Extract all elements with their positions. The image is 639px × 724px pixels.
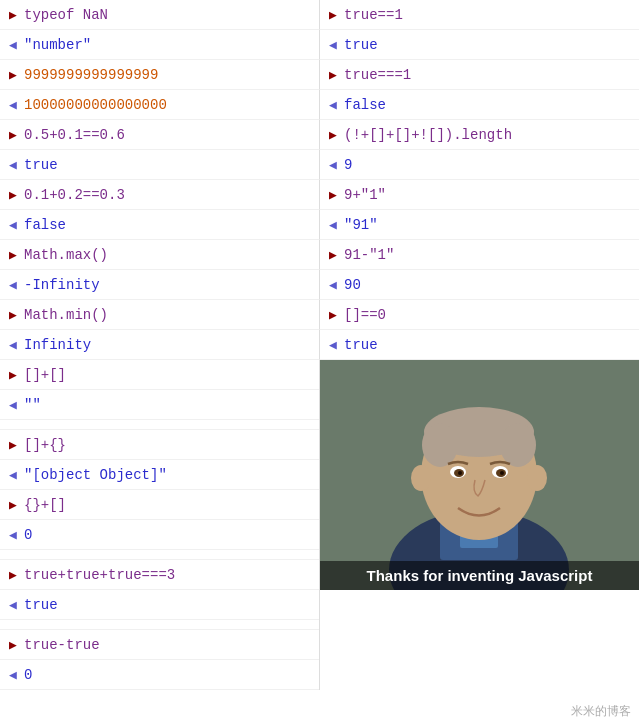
left-text-5: true [22,157,58,173]
right-text-4: (!+[]+[]+![]).length [342,127,512,143]
left-arrow-10: ▶ [4,307,22,323]
row-pair-7: ◀false◀"91" [0,210,639,240]
right-text-9: 90 [342,277,361,293]
main-container: ▶typeof NaN▶true==1◀"number"◀true▶999999… [0,0,639,690]
right-text-5: 9 [342,157,352,173]
left-text-10: Math.min() [22,307,108,323]
right-text-11: true [342,337,378,353]
person-image [320,360,639,590]
bottom-left-row-6: ◀0 [0,520,319,550]
svg-point-14 [500,471,504,475]
bottom-left-row-9: ◀true [0,590,319,620]
right-arrow-6: ▶ [324,187,342,203]
right-cell-2: ▶true===1 [320,60,639,90]
left-cell-10: ▶Math.min() [0,300,320,330]
bl-text-11: true-true [22,637,100,653]
bottom-left-row-7 [0,550,319,560]
bl-text-4: "[object Object]" [22,467,167,483]
bl-text-12: 0 [22,667,32,683]
left-text-8: Math.max() [22,247,108,263]
left-arrow-5: ◀ [4,157,22,173]
left-cell-11: ◀Infinity [0,330,320,360]
bl-arrow-9: ◀ [4,597,22,613]
svg-point-13 [458,471,462,475]
left-cell-6: ▶0.1+0.2==0.3 [0,180,320,210]
left-cell-2: ▶9999999999999999 [0,60,320,90]
right-text-2: true===1 [342,67,411,83]
svg-point-15 [411,465,431,491]
left-cell-5: ◀true [0,150,320,180]
bl-text-5: {}+[] [22,497,66,513]
bottom-right-col: Thanks for inventing Javascript [320,360,639,690]
row-pair-8: ▶Math.max()▶91-"1" [0,240,639,270]
left-arrow-0: ▶ [4,7,22,23]
left-arrow-4: ▶ [4,127,22,143]
right-cell-10: ▶[]==0 [320,300,639,330]
right-arrow-1: ◀ [324,37,342,53]
watermark: 米米的博客 [571,703,631,720]
left-text-3: 10000000000000000 [22,97,167,113]
row-pair-10: ▶Math.min()▶[]==0 [0,300,639,330]
right-text-0: true==1 [342,7,403,23]
right-cell-3: ◀false [320,90,639,120]
right-arrow-4: ▶ [324,127,342,143]
left-text-11: Infinity [22,337,91,353]
right-arrow-11: ◀ [324,337,342,353]
row-pair-0: ▶typeof NaN▶true==1 [0,0,639,30]
left-cell-4: ▶0.5+0.1==0.6 [0,120,320,150]
bottom-left-row-0: ▶[]+[] [0,360,319,390]
right-cell-8: ▶91-"1" [320,240,639,270]
bl-arrow-4: ◀ [4,467,22,483]
svg-point-16 [527,465,547,491]
right-cell-1: ◀true [320,30,639,60]
row-pair-5: ◀true◀9 [0,150,639,180]
left-cell-7: ◀false [0,210,320,240]
bl-text-6: 0 [22,527,32,543]
right-arrow-3: ◀ [324,97,342,113]
right-arrow-9: ◀ [324,277,342,293]
right-text-1: true [342,37,378,53]
right-cell-7: ◀"91" [320,210,639,240]
left-arrow-11: ◀ [4,337,22,353]
right-text-6: 9+"1" [342,187,386,203]
bl-arrow-3: ▶ [4,437,22,453]
row-pair-4: ▶0.5+0.1==0.6▶(!+[]+[]+![]).length [0,120,639,150]
right-arrow-7: ◀ [324,217,342,233]
bl-arrow-12: ◀ [4,667,22,683]
bottom-left-row-5: ▶{}+[] [0,490,319,520]
row-pair-1: ◀"number"◀true [0,30,639,60]
left-text-4: 0.5+0.1==0.6 [22,127,125,143]
left-arrow-7: ◀ [4,217,22,233]
right-cell-11: ◀true [320,330,639,360]
bl-arrow-5: ▶ [4,497,22,513]
row-pair-9: ◀-Infinity◀90 [0,270,639,300]
row-pair-3: ◀10000000000000000◀false [0,90,639,120]
bottom-left-row-2 [0,420,319,430]
image-caption: Thanks for inventing Javascript [320,561,639,590]
bl-text-3: []+{} [22,437,66,453]
bottom-left-row-11: ▶true-true [0,630,319,660]
left-arrow-2: ▶ [4,67,22,83]
left-text-7: false [22,217,66,233]
left-arrow-6: ▶ [4,187,22,203]
right-text-8: 91-"1" [342,247,394,263]
bl-arrow-6: ◀ [4,527,22,543]
right-arrow-2: ▶ [324,67,342,83]
left-arrow-9: ◀ [4,277,22,293]
left-arrow-3: ◀ [4,97,22,113]
bl-text-0: []+[] [22,367,66,383]
left-cell-8: ▶Math.max() [0,240,320,270]
bl-text-8: true+true+true===3 [22,567,175,583]
bottom-left-col: ▶[]+[]◀""▶[]+{}◀"[object Object]"▶{}+[]◀… [0,360,320,690]
bl-arrow-11: ▶ [4,637,22,653]
left-text-1: "number" [22,37,91,53]
left-text-0: typeof NaN [22,7,108,23]
right-cell-4: ▶(!+[]+[]+![]).length [320,120,639,150]
row-pair-11: ◀Infinity◀true [0,330,639,360]
right-arrow-10: ▶ [324,307,342,323]
left-cell-1: ◀"number" [0,30,320,60]
bottom-left-row-1: ◀"" [0,390,319,420]
right-arrow-5: ◀ [324,157,342,173]
right-text-10: []==0 [342,307,386,323]
bottom-section: ▶[]+[]◀""▶[]+{}◀"[object Object]"▶{}+[]◀… [0,360,639,690]
